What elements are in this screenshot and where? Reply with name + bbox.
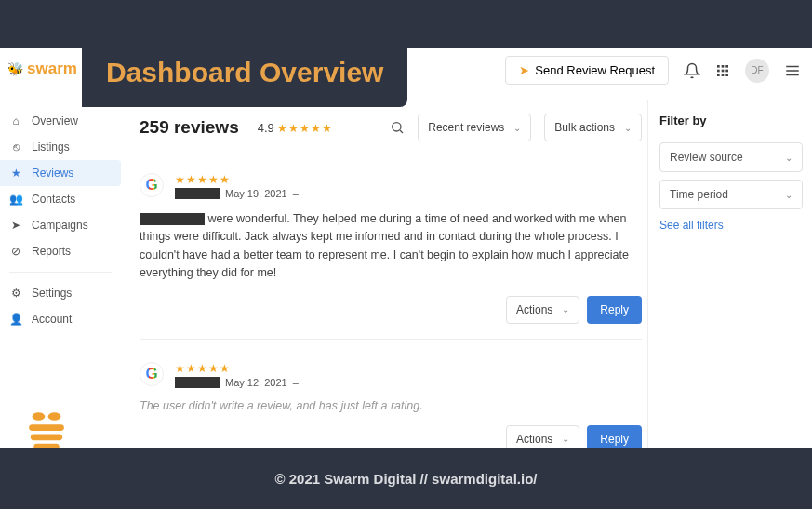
- review-date: May 19, 2021: [225, 188, 287, 199]
- home-icon: ⌂: [9, 114, 22, 127]
- page-title-overlay: Dashboard Overview: [82, 44, 407, 107]
- sidebar-item-label: Account: [32, 313, 72, 326]
- chevron-down-icon: ⌄: [513, 123, 521, 133]
- svg-rect-1: [722, 65, 725, 68]
- reviews-header: 259 reviews 4.9 ★★★★★ Recent reviews ⌄ B…: [140, 100, 642, 151]
- filter-label: Review source: [670, 151, 743, 164]
- campaigns-icon: ➤: [9, 219, 22, 232]
- actions-label: Actions: [516, 303, 552, 316]
- review-body: were wonderful. They helped me during a …: [140, 210, 642, 283]
- sidebar-item-listings[interactable]: ⎋Listings: [0, 134, 121, 160]
- main-content: 259 reviews 4.9 ★★★★★ Recent reviews ⌄ B…: [140, 100, 642, 448]
- review-count: 259 reviews: [140, 117, 239, 138]
- logo[interactable]: 🐝 swarm: [7, 60, 77, 78]
- sidebar-item-label: Campaigns: [32, 219, 88, 232]
- menu-icon[interactable]: [784, 62, 801, 79]
- svg-point-12: [393, 123, 401, 131]
- dash: –: [293, 377, 299, 388]
- sort-label: Recent reviews: [428, 121, 504, 134]
- sidebar-item-overview[interactable]: ⌂Overview: [0, 108, 121, 134]
- review-text: were wonderful. They helped me during a …: [140, 212, 629, 279]
- sidebar-item-label: Contacts: [32, 193, 75, 206]
- sidebar-item-contacts[interactable]: 👥Contacts: [0, 186, 121, 212]
- chevron-down-icon: ⌄: [785, 190, 792, 200]
- svg-point-15: [48, 412, 61, 421]
- sidebar-item-label: Overview: [32, 114, 78, 127]
- review-actions-dropdown[interactable]: Actions ⌄: [506, 296, 579, 324]
- actions-label: Actions: [516, 433, 552, 446]
- send-review-label: Send Review Request: [535, 63, 655, 77]
- sidebar-item-account[interactable]: 👤Account: [0, 306, 121, 332]
- stars-icon: ★★★★★: [277, 122, 333, 135]
- bee-icon: 🐝: [7, 61, 23, 76]
- sidebar-item-campaigns[interactable]: ➤Campaigns: [0, 212, 121, 238]
- svg-rect-6: [717, 74, 720, 76]
- svg-rect-17: [31, 434, 62, 440]
- redacted-name: [140, 213, 205, 225]
- paper-plane-icon: ➤: [519, 63, 529, 77]
- contacts-icon: 👥: [9, 193, 22, 206]
- top-banner: [0, 0, 812, 48]
- redacted-name: [175, 377, 220, 388]
- review-actions-dropdown[interactable]: Actions ⌄: [506, 425, 579, 449]
- footer: © 2021 Swarm Digital // swarmdigital.io/: [0, 448, 812, 509]
- sidebar-item-label: Reviews: [32, 167, 73, 180]
- dash: –: [293, 188, 299, 199]
- review-date: May 12, 2021: [225, 377, 287, 388]
- sidebar-item-reports[interactable]: ⊘Reports: [0, 238, 121, 264]
- bulk-label: Bulk actions: [554, 121, 615, 134]
- svg-rect-5: [725, 69, 728, 72]
- reply-button[interactable]: Reply: [587, 296, 642, 324]
- reply-button[interactable]: Reply: [587, 425, 642, 449]
- svg-rect-0: [717, 65, 720, 68]
- chevron-down-icon: ⌄: [562, 434, 569, 444]
- avatar[interactable]: DF: [745, 59, 769, 83]
- filter-panel: Filter by Review source ⌄ Time period ⌄ …: [647, 100, 803, 448]
- reports-icon: ⊘: [9, 245, 22, 258]
- sidebar-item-label: Settings: [32, 287, 72, 300]
- filter-label: Time period: [670, 188, 728, 201]
- redacted-name: [175, 188, 220, 199]
- divider: [9, 272, 112, 273]
- footer-text: © 2021 Swarm Digital // swarmdigital.io/: [275, 471, 538, 487]
- see-all-filters-link[interactable]: See all filters: [659, 219, 803, 232]
- gear-icon: ⚙: [9, 287, 22, 300]
- review-item: G ★★★★★ May 12, 2021 – The user didn't w…: [140, 340, 642, 449]
- sidebar: ⌂Overview ⎋Listings ★Reviews 👥Contacts ➤…: [0, 100, 121, 332]
- avg-value: 4.9: [258, 121, 274, 135]
- svg-rect-16: [29, 424, 64, 431]
- svg-point-14: [33, 412, 46, 421]
- review-stars: ★★★★★: [175, 362, 299, 375]
- chevron-down-icon: ⌄: [624, 123, 632, 133]
- star-icon: ★: [9, 167, 22, 180]
- logo-text: swarm: [27, 60, 77, 78]
- review-empty-text: The user didn't write a review, and has …: [140, 399, 642, 412]
- svg-line-13: [400, 130, 403, 133]
- bell-icon[interactable]: [684, 62, 700, 79]
- average-rating: 4.9 ★★★★★: [252, 118, 339, 138]
- sidebar-item-label: Reports: [32, 245, 71, 258]
- review-item: G ★★★★★ May 19, 2021 – were wonderful. T…: [140, 151, 642, 340]
- filter-time-period[interactable]: Time period ⌄: [659, 180, 803, 209]
- filter-title: Filter by: [659, 114, 803, 127]
- svg-rect-2: [725, 65, 728, 68]
- header-actions: ➤ Send Review Request DF: [505, 56, 801, 85]
- svg-rect-3: [717, 69, 720, 72]
- review-stars: ★★★★★: [175, 173, 299, 186]
- send-review-request-button[interactable]: ➤ Send Review Request: [505, 56, 669, 85]
- svg-rect-7: [722, 74, 725, 76]
- sort-dropdown[interactable]: Recent reviews ⌄: [418, 114, 531, 141]
- chevron-down-icon: ⌄: [785, 153, 792, 163]
- bulk-actions-dropdown[interactable]: Bulk actions ⌄: [544, 114, 642, 141]
- filter-review-source[interactable]: Review source ⌄: [659, 142, 803, 172]
- google-icon: G: [140, 362, 164, 386]
- sidebar-item-settings[interactable]: ⚙Settings: [0, 280, 121, 306]
- svg-rect-4: [722, 69, 725, 72]
- listings-icon: ⎋: [9, 141, 22, 154]
- apps-grid-icon[interactable]: [715, 63, 730, 78]
- sidebar-item-label: Listings: [32, 141, 70, 154]
- person-icon: 👤: [9, 313, 22, 326]
- sidebar-item-reviews[interactable]: ★Reviews: [0, 160, 121, 186]
- chevron-down-icon: ⌄: [562, 304, 569, 315]
- search-icon[interactable]: [390, 120, 405, 135]
